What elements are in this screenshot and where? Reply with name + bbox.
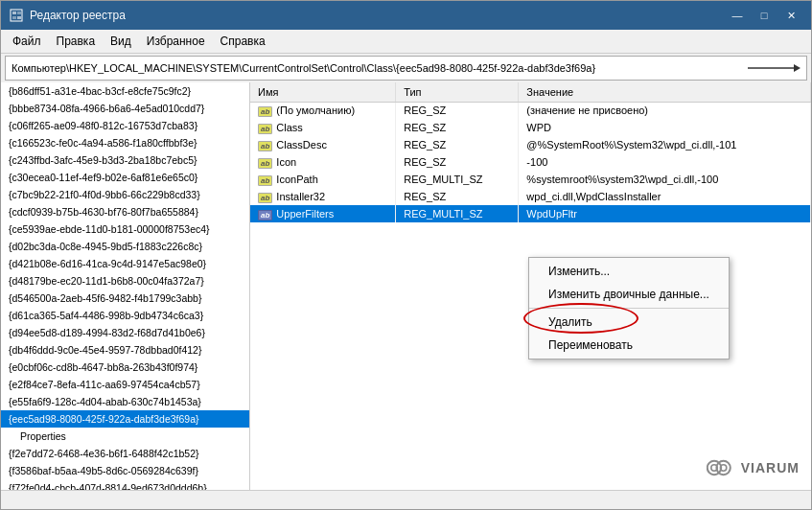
context-menu: Изменить... Изменить двоичные данные... …: [528, 257, 730, 359]
tree-item[interactable]: {e55fa6f9-128c-4d04-abab-630c74b1453a}: [1, 393, 249, 410]
main-content: {b86dff51-a31e-4bac-b3cf-e8cfe75c9fc2} {…: [1, 82, 811, 490]
menu-help[interactable]: Справка: [213, 32, 273, 51]
menu-favorites[interactable]: Избранное: [139, 32, 213, 51]
tree-item[interactable]: {c7bc9b22-21f0-4f0d-9bb6-66c229b8cd33}: [1, 186, 249, 203]
context-menu-rename[interactable]: Переименовать: [529, 334, 729, 357]
title-bar: Редактор реестра — □ ✕: [1, 1, 811, 30]
menu-bar: Файл Правка Вид Избранное Справка: [1, 30, 811, 54]
row-name: ab(По умолчанию): [250, 102, 396, 119]
registry-editor-window: Редактор реестра — □ ✕ Файл Правка Вид И…: [0, 0, 812, 510]
tree-item[interactable]: {bbbe8734-08fa-4966-b6a6-4e5ad010cdd7}: [1, 100, 249, 117]
ab-icon: ab: [258, 193, 272, 203]
tree-item[interactable]: {d02bc3da-0c8e-4945-9bd5-f1883c226c8c}: [1, 238, 249, 255]
row-name: abUpperFilters: [250, 205, 396, 222]
menu-file[interactable]: Файл: [5, 32, 49, 51]
row-value: (значение не присвоено): [519, 102, 811, 119]
window-controls: — □ ✕: [725, 5, 803, 26]
col-name: Имя: [250, 82, 396, 102]
status-bar: [1, 490, 811, 509]
tree-item[interactable]: {d61ca365-5af4-4486-998b-9db4734c6ca3}: [1, 307, 249, 324]
values-panel: Имя Тип Значение ab(По умолчанию) REG_SZ…: [250, 82, 811, 490]
tree-item[interactable]: {d421b08e-6d16-41ca-9c4d-9147e5ac98e0}: [1, 255, 249, 272]
row-name: abClass: [250, 119, 396, 136]
tree-item[interactable]: {e2f84ce7-8efa-411c-aa69-97454ca4cb57}: [1, 376, 249, 393]
row-name: abInstaller32: [250, 188, 396, 205]
address-arrow: [743, 60, 800, 76]
row-value: WpdUpFltr: [519, 205, 811, 222]
context-menu-delete[interactable]: Удалить: [529, 311, 729, 334]
tree-panel[interactable]: {b86dff51-a31e-4bac-b3cf-e8cfe75c9fc2} {…: [1, 82, 250, 490]
tree-item[interactable]: {d546500a-2aeb-45f6-9482-f4b1799c3abb}: [1, 290, 249, 307]
tree-item[interactable]: {b86dff51-a31e-4bac-b3cf-e8cfe75c9fc2}: [1, 82, 249, 100]
ab-icon: ab: [258, 124, 272, 134]
row-name: abIconPath: [250, 171, 396, 188]
table-row[interactable]: abInstaller32 REG_SZ wpd_ci.dll,WpdClass…: [250, 188, 811, 205]
tree-item[interactable]: {f2e7dd72-6468-4e36-b6f1-6488f42c1b52}: [1, 445, 249, 462]
menu-edit[interactable]: Правка: [49, 32, 104, 51]
row-value: %systemroot%\system32\wpd_ci.dll,-100: [519, 171, 811, 188]
minimize-button[interactable]: —: [725, 5, 750, 26]
maximize-button[interactable]: □: [752, 5, 777, 26]
row-type: REG_SZ: [396, 102, 519, 119]
context-menu-edit-binary[interactable]: Изменить двоичные данные...: [529, 283, 729, 306]
row-value: @%SystemRoot%\System32\wpd_ci.dll,-101: [519, 136, 811, 153]
tree-item[interactable]: {ce5939ae-ebde-11d0-b181-00000f8753ec4}: [1, 220, 249, 238]
address-bar[interactable]: Компьютер\HKEY_LOCAL_MACHINE\SYSTEM\Curr…: [5, 56, 807, 81]
tree-item[interactable]: {cdcf0939-b75b-4630-bf76-80f7ba655884}: [1, 203, 249, 220]
row-value: wpd_ci.dll,WpdClassInstaller: [519, 188, 811, 205]
context-menu-edit[interactable]: Изменить...: [529, 260, 729, 283]
row-type: REG_SZ: [396, 153, 519, 171]
row-type: REG_SZ: [396, 188, 519, 205]
table-row[interactable]: abIcon REG_SZ -100: [250, 153, 811, 171]
row-value: -100: [519, 153, 811, 171]
row-name: abIcon: [250, 153, 396, 171]
row-type: REG_MULTI_SZ: [396, 171, 519, 188]
ab-icon: ab: [258, 175, 272, 186]
table-row[interactable]: abIconPath REG_MULTI_SZ %systemroot%\sys…: [250, 171, 811, 188]
app-icon: [9, 8, 24, 23]
table-row[interactable]: abClassDesc REG_SZ @%SystemRoot%\System3…: [250, 136, 811, 153]
tree-item-properties[interactable]: Properties: [1, 428, 249, 445]
tree-item-selected[interactable]: {eec5ad98-8080-425f-922a-dabf3de3f69a}: [1, 410, 249, 428]
svg-rect-3: [12, 16, 16, 19]
row-name: abClassDesc: [250, 136, 396, 153]
context-menu-separator: [529, 308, 729, 309]
svg-marker-6: [794, 64, 800, 72]
svg-point-9: [716, 461, 730, 475]
watermark-logo-icon: [707, 457, 737, 478]
close-button[interactable]: ✕: [778, 5, 803, 26]
ab-icon: ab: [258, 106, 272, 117]
tree-item[interactable]: {c166523c-fe0c-4a94-a586-f1a80cffbbf3e}: [1, 134, 249, 151]
row-type: REG_MULTI_SZ: [396, 205, 519, 222]
tree-item[interactable]: {d94ee5d8-d189-4994-83d2-f68d7d41b0e6}: [1, 324, 249, 341]
watermark: VIARUM: [707, 457, 800, 478]
tree-item[interactable]: {c30ecea0-11ef-4ef9-b02e-6af81e6e65c0}: [1, 169, 249, 186]
tree-item[interactable]: {c06ff265-ae09-48f0-812c-16753d7cba83}: [1, 117, 249, 134]
menu-view[interactable]: Вид: [103, 32, 139, 51]
row-type: REG_SZ: [396, 119, 519, 136]
svg-rect-4: [17, 16, 21, 19]
svg-rect-2: [17, 12, 21, 14]
table-row[interactable]: abClass REG_SZ WPD: [250, 119, 811, 136]
address-text: Компьютер\HKEY_LOCAL_MACHINE\SYSTEM\Curr…: [12, 62, 743, 74]
tree-item[interactable]: {c243ffbd-3afc-45e9-b3d3-2ba18bc7ebc5}: [1, 151, 249, 169]
watermark-text: VIARUM: [741, 460, 800, 475]
tree-item[interactable]: {f72fe0d4-cbcb-407d-8814-9ed673d0ddd6b}: [1, 479, 249, 490]
table-row-selected[interactable]: abUpperFilters REG_MULTI_SZ WpdUpFltr: [250, 205, 811, 222]
svg-rect-1: [12, 12, 16, 14]
tree-item[interactable]: {e0cbf06c-cd8b-4647-bb8a-263b43f0f974}: [1, 359, 249, 376]
table-row[interactable]: ab(По умолчанию) REG_SZ (значение не при…: [250, 102, 811, 119]
ab-icon: ab: [258, 158, 272, 169]
col-type: Тип: [396, 82, 519, 102]
title-text: Редактор реестра: [30, 9, 725, 22]
tree-item[interactable]: {f3586baf-b5aa-49b5-8d6c-0569284c639f}: [1, 462, 249, 479]
svg-rect-0: [11, 10, 22, 21]
table-header-row: Имя Тип Значение: [250, 82, 811, 102]
row-type: REG_SZ: [396, 136, 519, 153]
col-value: Значение: [519, 82, 811, 102]
row-value: WPD: [519, 119, 811, 136]
tree-item[interactable]: {d48179be-ec20-11d1-b6b8-00c04fa372a7}: [1, 272, 249, 290]
tree-item[interactable]: {db4f6ddd-9c0e-45e4-9597-78dbbad0f412}: [1, 341, 249, 359]
ab-icon: ab: [258, 210, 272, 220]
values-table: Имя Тип Значение ab(По умолчанию) REG_SZ…: [250, 82, 811, 222]
